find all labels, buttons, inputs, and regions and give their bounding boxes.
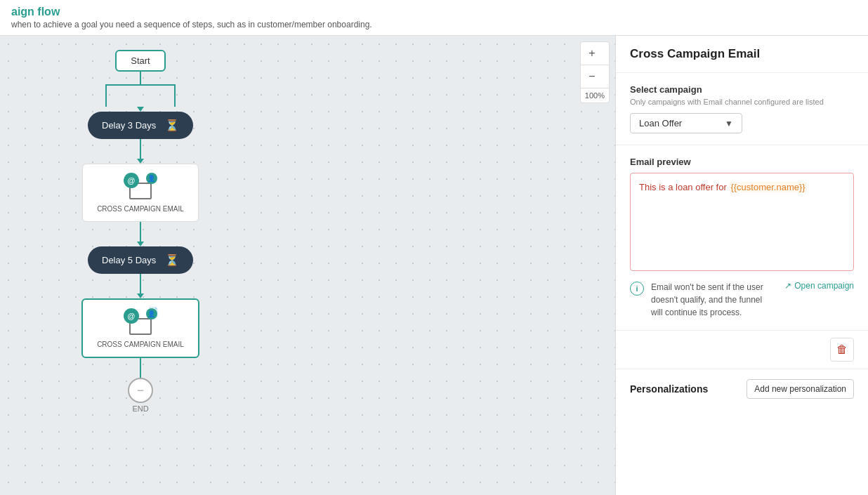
personalizations-section: Personalizations Add new personalization: [616, 369, 868, 409]
zoom-out-button[interactable]: −: [581, 65, 603, 88]
zoom-level: 100%: [581, 88, 609, 103]
connector3: [137, 222, 144, 246]
open-campaign-label: Open campaign: [794, 281, 854, 291]
delay1-connector: [137, 107, 144, 112]
email-icon-wrapper-1: 👤 @: [124, 173, 157, 199]
add-personalization-button[interactable]: Add new personalization: [747, 379, 854, 399]
zoom-in-button[interactable]: +: [581, 42, 603, 65]
preview-static-text: This is a loan offer for: [639, 182, 727, 192]
delay-node-2[interactable]: Delay 5 Days ⏳: [88, 246, 193, 274]
person-icon-1: 👤: [146, 173, 157, 184]
at-icon-2: @: [124, 308, 139, 324]
arrow2: [137, 159, 144, 164]
campaign-dropdown[interactable]: Loan Offer ▼: [630, 113, 742, 133]
connector4: [137, 274, 144, 298]
vline3: [140, 222, 141, 242]
info-icon: i: [630, 282, 644, 296]
end-label: END: [132, 404, 148, 413]
arrow1: [137, 107, 144, 112]
page-title: aign flow: [11, 6, 857, 18]
right-panel: Cross Campaign Email Select campaign Onl…: [615, 36, 868, 495]
info-box: i Email won't be sent if the user doesn'…: [630, 281, 854, 319]
delay2-label: Delay 5 Days: [102, 255, 156, 265]
end-minus-icon: −: [137, 383, 145, 398]
main-area: + − 100% Start Delay 3 Days ⏳: [0, 36, 868, 495]
dropdown-arrow-icon: ▼: [725, 119, 733, 128]
email2-label: CROSS CAMPAIGN EMAIL: [97, 341, 184, 348]
select-campaign-sublabel: Only campaigns with Email channel config…: [630, 98, 854, 106]
flow-canvas[interactable]: + − 100% Start Delay 3 Days ⏳: [0, 36, 615, 495]
end-node[interactable]: −: [128, 378, 153, 403]
start-node[interactable]: Start: [115, 50, 165, 72]
external-link-icon: ↗: [784, 281, 791, 291]
personalizations-title: Personalizations: [630, 383, 708, 395]
email-node-2[interactable]: 👤 @ 📄 CROSS CAMPAIGN EMAIL: [81, 298, 199, 358]
trash-icon: 🗑: [836, 343, 848, 356]
vline5: [140, 358, 141, 378]
panel-title: Cross Campaign Email: [630, 47, 854, 61]
select-campaign-section: Select campaign Only campaigns with Emai…: [616, 73, 868, 145]
delay1-label: Delay 3 Days: [102, 120, 156, 131]
branch-connector: [70, 72, 211, 107]
vline4: [140, 274, 141, 293]
flow-wrapper: Start Delay 3 Days ⏳: [70, 50, 211, 413]
delay-node-1[interactable]: Delay 3 Days ⏳: [88, 112, 193, 139]
email-preview-box: This is a loan offer for {{customer.name…: [630, 173, 854, 271]
info-text: Email won't be sent if the user doesn't …: [651, 281, 770, 319]
preview-variable-text: {{customer.name}}: [729, 182, 806, 192]
at-icon-1: @: [124, 173, 139, 188]
connector5: [140, 358, 141, 378]
page-description: when to achieve a goal you need a sequen…: [11, 20, 857, 29]
delete-button[interactable]: 🗑: [830, 338, 854, 362]
panel-header: Cross Campaign Email: [616, 36, 868, 73]
email-preview-section: Email preview This is a loan offer for {…: [616, 145, 868, 331]
campaign-selected-value: Loan Offer: [639, 118, 719, 128]
select-campaign-label: Select campaign: [630, 84, 854, 95]
panel-actions: 🗑: [616, 331, 868, 369]
zoom-controls: + − 100%: [580, 41, 610, 103]
top-bar: aign flow when to achieve a goal you nee…: [0, 0, 868, 36]
hourglass-icon-2: ⏳: [165, 253, 179, 267]
person-icon-2: 👤: [146, 308, 157, 319]
email-node-1[interactable]: 👤 @ CROSS CAMPAIGN EMAIL: [82, 164, 199, 222]
email-preview-label: Email preview: [630, 157, 854, 167]
arrow3: [137, 242, 144, 246]
email-icon-wrapper-2: 👤 @ 📄: [124, 308, 157, 335]
connector2: [137, 139, 144, 164]
arrow4: [137, 293, 144, 298]
vline2: [140, 139, 141, 159]
hourglass-icon-1: ⏳: [165, 119, 179, 132]
email1-label: CROSS CAMPAIGN EMAIL: [97, 205, 184, 213]
open-campaign-link[interactable]: ↗ Open campaign: [784, 281, 854, 291]
